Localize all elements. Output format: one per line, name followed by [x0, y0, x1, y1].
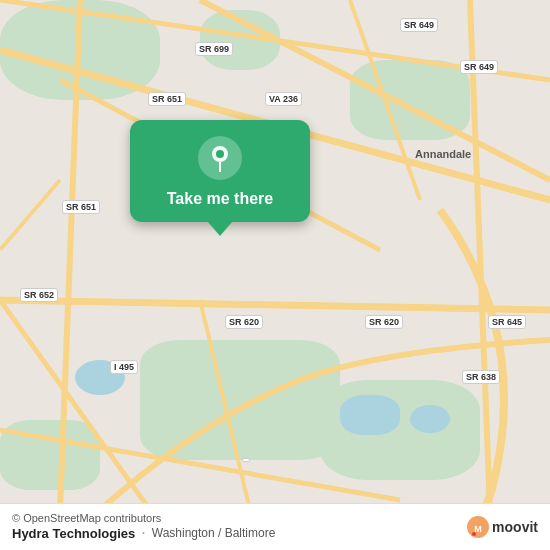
road-label-va236: VA 236 [265, 92, 302, 106]
take-me-there-label[interactable]: Take me there [167, 190, 273, 208]
pin-icon-circle [198, 136, 242, 180]
svg-point-13 [216, 150, 224, 158]
roads-svg [0, 0, 550, 510]
moovit-logo: M moovit [467, 516, 538, 538]
place-label-annandale: Annandale [415, 148, 471, 160]
road-label-sr699: SR 699 [195, 42, 233, 56]
bottom-bar: © OpenStreetMap contributors Hydra Techn… [0, 503, 550, 550]
road-label-sr638 [242, 458, 250, 462]
road-label-sr620-3: SR 645 [488, 315, 526, 329]
svg-line-9 [0, 300, 150, 510]
road-label-sr652: SR 652 [20, 288, 58, 302]
popup-balloon: Take me there [130, 120, 310, 222]
place-region: Washington / Baltimore [152, 526, 276, 540]
osm-attribution: © OpenStreetMap contributors Hydra Techn… [12, 512, 275, 542]
road-label-sr649-2: SR 649 [460, 60, 498, 74]
location-pin-icon [208, 144, 232, 172]
svg-line-3 [0, 300, 550, 310]
moovit-text: moovit [492, 519, 538, 535]
road-label-sr651-2: SR 651 [62, 200, 100, 214]
svg-line-11 [0, 180, 60, 250]
moovit-icon: M [467, 516, 489, 538]
svg-point-16 [472, 532, 476, 536]
bottom-left-section: © OpenStreetMap contributors Hydra Techn… [12, 512, 275, 542]
svg-text:M: M [474, 524, 482, 534]
road-label-sr651-1: SR 651 [148, 92, 186, 106]
road-label-sr620-1: SR 620 [225, 315, 263, 329]
road-label-sr620-2: SR 620 [365, 315, 403, 329]
map-container: SR 649 SR 649 SR 699 SR 651 VA 236 SR 65… [0, 0, 550, 550]
road-label-sr645: I 495 [110, 360, 138, 374]
place-name: Hydra Technologies [12, 526, 135, 541]
road-label-sr649-1: SR 649 [400, 18, 438, 32]
svg-line-4 [470, 0, 490, 510]
svg-line-1 [60, 0, 80, 510]
road-label-i495: SR 638 [462, 370, 500, 384]
